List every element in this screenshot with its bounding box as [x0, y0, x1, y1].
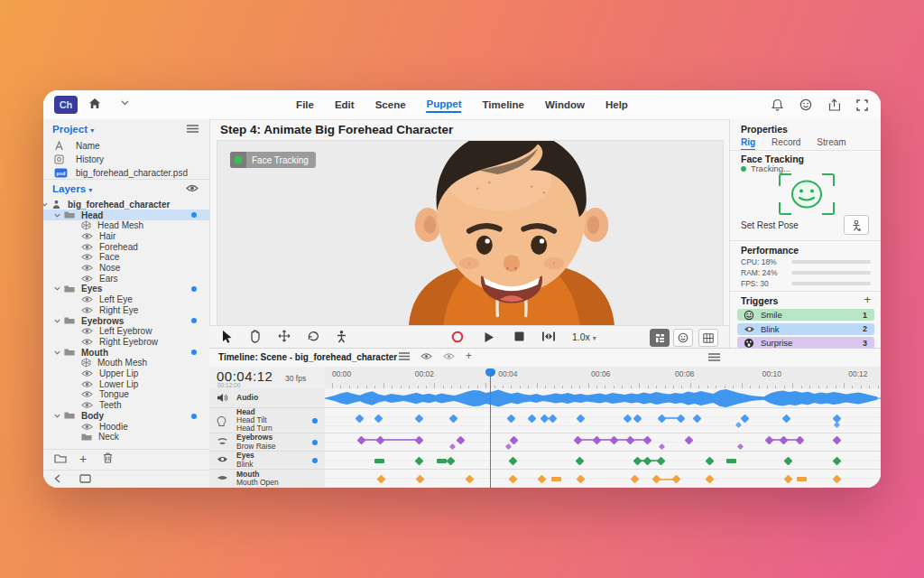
- project-item-big-forehead-character-psd[interactable]: psdbig_forehead_character.psd: [43, 166, 209, 180]
- record-button[interactable]: [451, 331, 464, 343]
- tab-stream[interactable]: Stream: [817, 137, 845, 151]
- trigger-smile[interactable]: Smile1: [737, 309, 874, 321]
- emoji-icon[interactable]: [799, 98, 812, 111]
- eye-icon[interactable]: [81, 380, 93, 388]
- hand-tool-icon[interactable]: [249, 330, 262, 343]
- add-track-icon[interactable]: +: [466, 352, 472, 360]
- track-label-mouth[interactable]: MouthMouth Open: [209, 470, 325, 488]
- eye-icon[interactable]: [81, 232, 93, 240]
- fullscreen-icon[interactable]: [856, 99, 868, 111]
- layer-row-left-eye[interactable]: Left Eye: [43, 294, 209, 305]
- layer-row-head-mesh[interactable]: Head Mesh: [43, 220, 209, 231]
- chevron-down-icon[interactable]: [121, 100, 129, 106]
- layer-row-tongue[interactable]: Tongue: [43, 389, 209, 400]
- track-label-brow[interactable]: EyebrowsBrow Raise: [209, 434, 325, 452]
- move-tool-icon[interactable]: [278, 330, 291, 342]
- track-label-audio[interactable]: Audio: [209, 388, 325, 408]
- stop-button[interactable]: [514, 331, 524, 341]
- chevron-down-icon[interactable]: [43, 202, 48, 207]
- layer-row-hoodie[interactable]: Hoodie: [43, 421, 209, 432]
- layers-panel-title[interactable]: Layers ▾: [52, 183, 92, 194]
- rig-tool-icon[interactable]: [336, 330, 347, 343]
- project-menu-icon[interactable]: [187, 125, 199, 134]
- playhead-handle[interactable]: [485, 368, 495, 377]
- menu-edit[interactable]: Edit: [335, 98, 355, 112]
- stage-view-icon[interactable]: [79, 474, 91, 483]
- project-item-name[interactable]: Name: [43, 139, 209, 153]
- layer-row-forehead[interactable]: Forehead: [43, 241, 209, 252]
- keyframe-bar[interactable]: [726, 459, 736, 463]
- layer-row-body[interactable]: Body: [43, 411, 209, 422]
- eye-icon[interactable]: [81, 264, 93, 272]
- keyframe-bar[interactable]: [551, 477, 561, 481]
- tab-rig[interactable]: Rig: [741, 137, 755, 151]
- eye-icon[interactable]: [81, 327, 93, 335]
- layers-visibility-eye-icon[interactable]: [186, 184, 199, 192]
- layer-row-nose[interactable]: Nose: [43, 263, 209, 274]
- track-label-eyes[interactable]: EyesBlink: [209, 452, 325, 470]
- select-tool-icon[interactable]: [222, 330, 233, 343]
- layer-row-upper-lip[interactable]: Upper Lip: [43, 368, 209, 379]
- layer-row-neck[interactable]: Neck: [43, 432, 209, 443]
- grid-view-button[interactable]: [698, 329, 718, 347]
- layer-row-hair[interactable]: Hair: [43, 231, 209, 242]
- menu-scene[interactable]: Scene: [375, 98, 406, 112]
- layer-row-ears[interactable]: Ears: [43, 273, 209, 284]
- chevron-down-icon[interactable]: [54, 213, 60, 218]
- keyframe-bar[interactable]: [437, 459, 447, 463]
- puppet-face-button[interactable]: [673, 329, 693, 347]
- eye-icon[interactable]: [81, 306, 93, 314]
- keyframe-bar[interactable]: [374, 459, 384, 463]
- layer-row-teeth[interactable]: Teeth: [43, 400, 209, 411]
- chevron-down-icon[interactable]: [54, 414, 60, 418]
- tab-record[interactable]: Record: [772, 137, 800, 151]
- layer-row-right-eyebrow[interactable]: Right Eyebrow: [43, 337, 209, 348]
- playback-speed-select[interactable]: 1.0x ▾: [572, 331, 596, 342]
- playhead-line[interactable]: [490, 372, 492, 488]
- eye-icon[interactable]: [81, 390, 93, 398]
- layer-row-lower-lip[interactable]: Lower Lip: [43, 378, 209, 389]
- timeline-options-icon[interactable]: [708, 353, 720, 361]
- timeline-menu-icon[interactable]: [399, 352, 410, 360]
- eye-icon[interactable]: [81, 401, 93, 409]
- rotate-tool-icon[interactable]: [307, 330, 319, 341]
- layer-row-mouth[interactable]: Mouth: [43, 347, 209, 358]
- chevron-down-icon[interactable]: [54, 319, 60, 323]
- home-icon[interactable]: [88, 98, 101, 109]
- menu-window[interactable]: Window: [545, 98, 585, 112]
- eye-icon[interactable]: [81, 338, 93, 346]
- trigger-blink[interactable]: Blink2: [737, 323, 874, 335]
- layer-row-head[interactable]: Head: [43, 210, 209, 220]
- chevron-down-icon[interactable]: [54, 286, 60, 291]
- collapse-chevron-icon[interactable]: [54, 474, 60, 483]
- set-rest-pose-button[interactable]: [844, 215, 869, 235]
- solo-track-eye-icon[interactable]: [443, 352, 455, 360]
- trash-icon[interactable]: [103, 452, 113, 463]
- menu-timeline[interactable]: Timeline: [483, 98, 524, 112]
- show-track-eye-icon[interactable]: [420, 352, 432, 360]
- eye-icon[interactable]: [81, 243, 93, 251]
- layer-row-big-forehead-character[interactable]: big_forehead_character: [43, 200, 209, 210]
- track-label-head[interactable]: HeadHead TiltHead Turn: [209, 408, 325, 434]
- keyframe-bar[interactable]: [797, 477, 807, 481]
- add-layer-icon[interactable]: +: [79, 452, 87, 466]
- menu-puppet[interactable]: Puppet: [427, 97, 462, 113]
- eye-icon[interactable]: [81, 369, 93, 378]
- play-button[interactable]: [484, 331, 494, 343]
- new-folder-icon[interactable]: [54, 453, 67, 463]
- layer-row-mouth-mesh[interactable]: Mouth Mesh: [43, 358, 209, 368]
- layer-row-right-eye[interactable]: Right Eye: [43, 305, 209, 316]
- share-icon[interactable]: [828, 98, 840, 111]
- layout-grid-button[interactable]: [650, 329, 670, 347]
- add-trigger-button[interactable]: +: [864, 295, 871, 304]
- layer-row-face[interactable]: Face: [43, 252, 209, 263]
- layer-row-eyebrows[interactable]: Eyebrows: [43, 315, 209, 326]
- eye-icon[interactable]: [81, 423, 93, 431]
- loop-button[interactable]: [541, 331, 556, 341]
- eye-icon[interactable]: [81, 295, 93, 303]
- timeline-ruler[interactable]: 00:0000:0200:0400:0600:0800:1000:12: [325, 367, 881, 389]
- eye-icon[interactable]: [81, 253, 93, 261]
- menu-help[interactable]: Help: [605, 98, 628, 112]
- bell-icon[interactable]: [772, 98, 783, 111]
- eye-icon[interactable]: [81, 275, 93, 283]
